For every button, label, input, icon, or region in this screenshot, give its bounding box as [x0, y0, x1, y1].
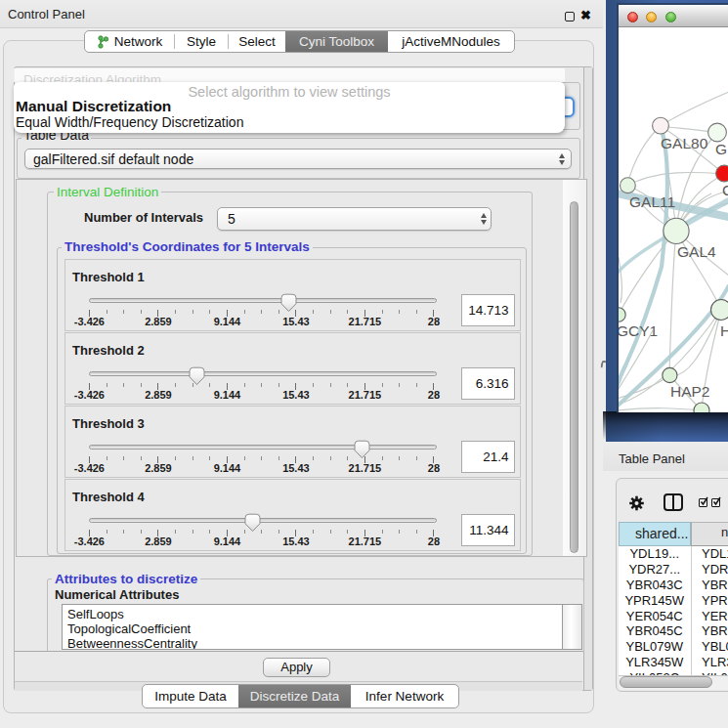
svg-text:G.: G. — [715, 141, 728, 157]
svg-text:H: H — [720, 322, 728, 339]
svg-text:GAL4: GAL4 — [677, 243, 716, 260]
svg-text:GCY1: GCY1 — [619, 322, 658, 339]
svg-text:HAP2: HAP2 — [670, 383, 710, 400]
svg-text:C: C — [722, 182, 728, 198]
svg-text:GAL80: GAL80 — [661, 135, 708, 151]
svg-text:GAL11: GAL11 — [629, 193, 675, 210]
